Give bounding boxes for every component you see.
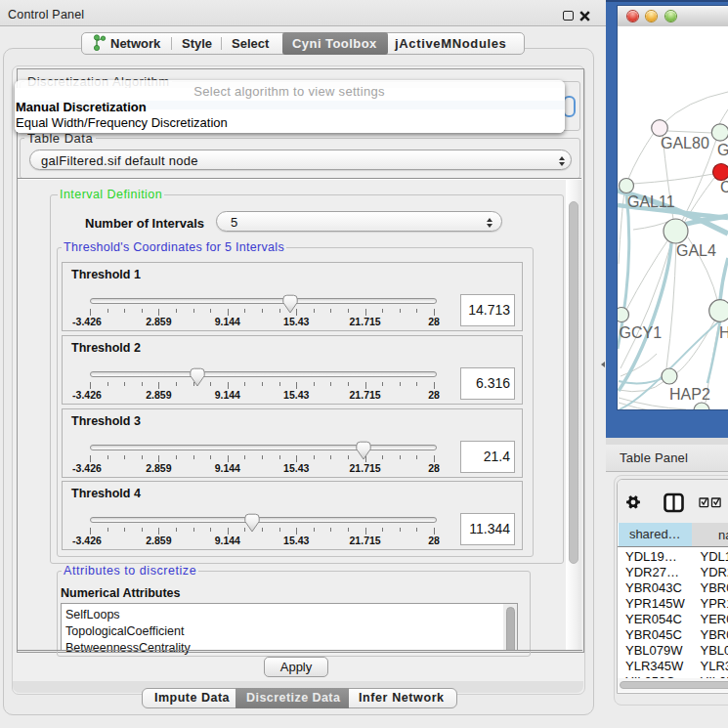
svg-text:GAL4: GAL4: [676, 242, 716, 259]
svg-text:H: H: [719, 324, 728, 341]
svg-text:GCY1: GCY1: [620, 324, 663, 341]
svg-text:GAL11: GAL11: [627, 193, 675, 210]
svg-text:GAL80: GAL80: [661, 135, 709, 151]
svg-text:GA: GA: [717, 142, 728, 158]
svg-text:HAP2: HAP2: [669, 386, 710, 403]
svg-text:C: C: [720, 179, 728, 195]
